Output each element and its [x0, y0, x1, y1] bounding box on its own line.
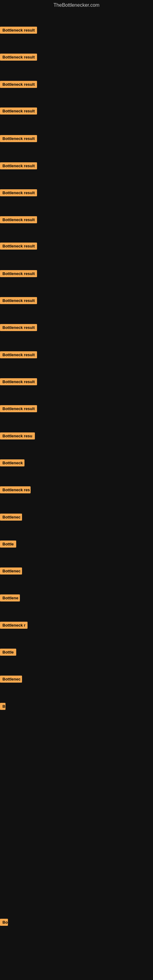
- bottleneck-badge[interactable]: Bottleneck result: [0, 405, 37, 412]
- bottleneck-item: Bottlenec: [0, 514, 22, 522]
- bottleneck-badge[interactable]: Bottleneck result: [0, 324, 37, 331]
- bottleneck-badge[interactable]: Bottleneck result: [0, 378, 37, 385]
- bottleneck-item: Bottleneck r: [0, 622, 27, 630]
- bottleneck-badge[interactable]: Bottle: [0, 649, 16, 656]
- bottleneck-item: Bottleneck resu: [0, 433, 35, 441]
- bottleneck-item: Bottleneck result: [0, 189, 37, 197]
- bottleneck-badge[interactable]: Bottleneck result: [0, 216, 37, 223]
- bottleneck-item: Bottleneck result: [0, 351, 37, 360]
- bottleneck-item: Bottleneck result: [0, 162, 37, 170]
- bottleneck-badge[interactable]: Bo: [0, 919, 8, 926]
- bottleneck-badge[interactable]: Bottleneck res: [0, 486, 30, 493]
- bottleneck-badge[interactable]: Bottleneck result: [0, 81, 37, 88]
- bottleneck-item: B: [0, 703, 5, 711]
- bottleneck-item: Bottleneck result: [0, 135, 37, 143]
- bottleneck-badge[interactable]: Bottlene: [0, 595, 20, 601]
- bottleneck-badge[interactable]: Bottleneck result: [0, 189, 37, 196]
- bottleneck-badge[interactable]: B: [0, 703, 5, 710]
- bottleneck-badge[interactable]: Bottle: [0, 541, 16, 547]
- bottleneck-badge[interactable]: Bottlenec: [0, 568, 22, 574]
- bottleneck-item: Bottleneck result: [0, 378, 37, 387]
- bottleneck-badge[interactable]: Bottleneck result: [0, 162, 37, 169]
- bottleneck-item: Bottleneck result: [0, 297, 37, 305]
- bottleneck-item: Bottle: [0, 541, 16, 549]
- bottleneck-item: Bottle: [0, 649, 16, 657]
- site-title: TheBottlenecker.com: [0, 0, 153, 9]
- bottleneck-item: Bottleneck result: [0, 243, 37, 251]
- bottleneck-badge[interactable]: Bottleneck result: [0, 351, 37, 358]
- bottleneck-item: Bottlene: [0, 595, 20, 603]
- bottleneck-badge[interactable]: Bottleneck: [0, 460, 24, 466]
- bottleneck-item: Bottleneck result: [0, 405, 37, 414]
- bottleneck-item: Bottleneck result: [0, 108, 37, 116]
- bottleneck-item: Bottlenec: [0, 676, 22, 684]
- bottleneck-badge[interactable]: Bottleneck result: [0, 27, 37, 34]
- bottleneck-item: Bottleneck result: [0, 324, 37, 332]
- bottleneck-item: Bottleneck: [0, 460, 24, 468]
- bottleneck-badge[interactable]: Bottleneck result: [0, 135, 37, 142]
- bottleneck-badge[interactable]: Bottleneck result: [0, 108, 37, 115]
- bottleneck-badge[interactable]: Bottleneck result: [0, 297, 37, 304]
- bottleneck-item: Bo: [0, 919, 8, 927]
- bottleneck-badge[interactable]: Bottleneck result: [0, 270, 37, 277]
- bottleneck-badge[interactable]: Bottleneck result: [0, 54, 37, 60]
- bottleneck-item: Bottleneck result: [0, 27, 37, 35]
- bottleneck-item: Bottlenec: [0, 568, 22, 576]
- bottleneck-badge[interactable]: Bottleneck result: [0, 243, 37, 250]
- bottleneck-badge[interactable]: Bottleneck r: [0, 622, 27, 629]
- bottleneck-item: Bottleneck result: [0, 54, 37, 62]
- bottleneck-badge[interactable]: Bottlenec: [0, 676, 22, 682]
- bottleneck-item: Bottleneck result: [0, 270, 37, 278]
- bottleneck-badge[interactable]: Bottlenec: [0, 514, 22, 520]
- bottleneck-badge[interactable]: Bottleneck resu: [0, 433, 35, 439]
- bottleneck-item: Bottleneck res: [0, 486, 30, 495]
- bottleneck-item: Bottleneck result: [0, 216, 37, 224]
- bottleneck-item: Bottleneck result: [0, 81, 37, 89]
